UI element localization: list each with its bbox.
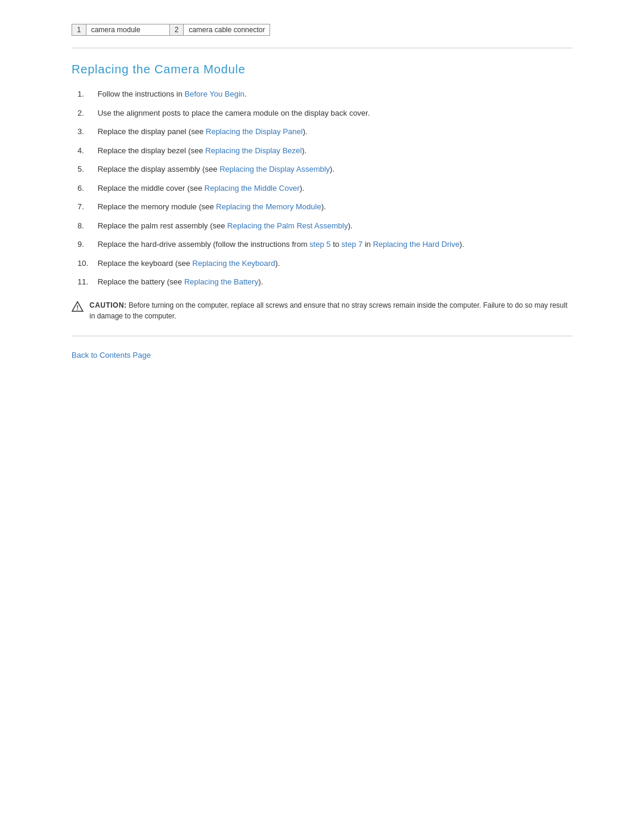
instructions-list: 1. Follow the instructions in Before You… bbox=[72, 88, 572, 288]
legend-label-1: camera module bbox=[86, 24, 169, 36]
step-9-text-after: ). bbox=[460, 240, 465, 249]
section-divider bbox=[72, 48, 572, 48]
caution-body: Before turning on the computer, replace … bbox=[89, 301, 568, 320]
back-link-container: Back to Contents Page bbox=[72, 351, 572, 360]
step-1-text-after: . bbox=[244, 89, 247, 98]
replacing-palm-rest-assembly-link[interactable]: Replacing the Palm Rest Assembly bbox=[227, 221, 348, 230]
replacing-keyboard-link[interactable]: Replacing the Keyboard bbox=[193, 259, 275, 268]
step-5-text-before: Replace the display assembly (see bbox=[98, 165, 220, 174]
step-11-text-after: ). bbox=[258, 277, 263, 286]
replacing-battery-link[interactable]: Replacing the Battery bbox=[184, 277, 258, 286]
caution-box: ! CAUTION: Before turning on the compute… bbox=[72, 300, 572, 321]
step-8-num: 8. bbox=[78, 220, 95, 232]
step-4-text-after: ). bbox=[302, 146, 306, 155]
replacing-display-bezel-link[interactable]: Replacing the Display Bezel bbox=[205, 146, 302, 155]
caution-icon: ! bbox=[72, 301, 83, 312]
step-7-link[interactable]: step 7 bbox=[342, 240, 363, 249]
step-5-link[interactable]: step 5 bbox=[309, 240, 330, 249]
caution-text: CAUTION: Before turning on the computer,… bbox=[89, 300, 572, 321]
legend-table-section: 1 camera module 2 camera cable connector bbox=[72, 24, 572, 36]
legend-num-2: 2 bbox=[169, 24, 184, 36]
step-11-text-before: Replace the battery (see bbox=[98, 277, 184, 286]
step-10-num: 10. bbox=[78, 258, 95, 270]
step-5-text-after: ). bbox=[330, 165, 335, 174]
replacing-display-assembly-link[interactable]: Replacing the Display Assembly bbox=[219, 165, 330, 174]
step-5-num: 5. bbox=[78, 163, 95, 175]
step-7-text-before: Replace the memory module (see bbox=[98, 202, 216, 211]
step-10-text-after: ). bbox=[275, 259, 280, 268]
step-2: 2. Use the alignment posts to place the … bbox=[72, 107, 572, 119]
step-3-num: 3. bbox=[78, 126, 95, 138]
step-1-text-before: Follow the instructions in bbox=[98, 89, 185, 98]
step-4-text-before: Replace the display bezel (see bbox=[98, 146, 206, 155]
step-6-text-after: ). bbox=[300, 184, 305, 193]
step-4: 4. Replace the display bezel (see Replac… bbox=[72, 145, 572, 157]
step-10: 10. Replace the keyboard (see Replacing … bbox=[72, 258, 572, 270]
step-3-text-before: Replace the display panel (see bbox=[98, 127, 206, 136]
step-2-num: 2. bbox=[78, 107, 95, 119]
step-10-text-before: Replace the keyboard (see bbox=[98, 259, 193, 268]
step-6-num: 6. bbox=[78, 182, 95, 194]
step-3: 3. Replace the display panel (see Replac… bbox=[72, 126, 572, 138]
step-1-num: 1. bbox=[78, 88, 95, 100]
step-6-text-before: Replace the middle cover (see bbox=[98, 184, 205, 193]
step-9-to: to bbox=[331, 240, 342, 249]
step-9-in: in bbox=[363, 240, 373, 249]
legend-num-1: 1 bbox=[72, 24, 86, 36]
replacing-hard-drive-link[interactable]: Replacing the Hard Drive bbox=[373, 240, 459, 249]
step-11-num: 11. bbox=[78, 276, 95, 288]
step-9-num: 9. bbox=[78, 239, 95, 250]
step-4-num: 4. bbox=[78, 145, 95, 157]
step-2-text: Use the alignment posts to place the cam… bbox=[98, 109, 370, 117]
step-9-text-before: Replace the hard-drive assembly (follow … bbox=[98, 240, 309, 249]
replacing-middle-cover-link[interactable]: Replacing the Middle Cover bbox=[205, 184, 300, 193]
step-6: 6. Replace the middle cover (see Replaci… bbox=[72, 182, 572, 194]
page-title: Replacing the Camera Module bbox=[72, 63, 572, 76]
before-you-begin-link[interactable]: Before You Begin bbox=[185, 89, 244, 98]
step-9: 9. Replace the hard-drive assembly (foll… bbox=[72, 239, 572, 250]
step-3-text-after: ). bbox=[303, 127, 308, 136]
step-11: 11. Replace the battery (see Replacing t… bbox=[72, 276, 572, 288]
svg-text:!: ! bbox=[76, 304, 78, 311]
step-5: 5. Replace the display assembly (see Rep… bbox=[72, 163, 572, 175]
step-7: 7. Replace the memory module (see Replac… bbox=[72, 201, 572, 213]
caution-label: CAUTION: bbox=[89, 301, 127, 309]
step-1: 1. Follow the instructions in Before You… bbox=[72, 88, 572, 100]
step-8-text-before: Replace the palm rest assembly (see bbox=[98, 221, 227, 230]
replacing-display-panel-link[interactable]: Replacing the Display Panel bbox=[206, 127, 303, 136]
step-8: 8. Replace the palm rest assembly (see R… bbox=[72, 220, 572, 232]
legend-table: 1 camera module 2 camera cable connector bbox=[72, 24, 270, 36]
step-7-num: 7. bbox=[78, 201, 95, 213]
step-7-text-after: ). bbox=[321, 202, 326, 211]
back-to-contents-link[interactable]: Back to Contents Page bbox=[72, 351, 151, 360]
replacing-memory-module-link[interactable]: Replacing the Memory Module bbox=[216, 202, 321, 211]
legend-label-2: camera cable connector bbox=[184, 24, 270, 36]
step-8-text-after: ). bbox=[348, 221, 352, 230]
bottom-divider bbox=[72, 336, 572, 336]
